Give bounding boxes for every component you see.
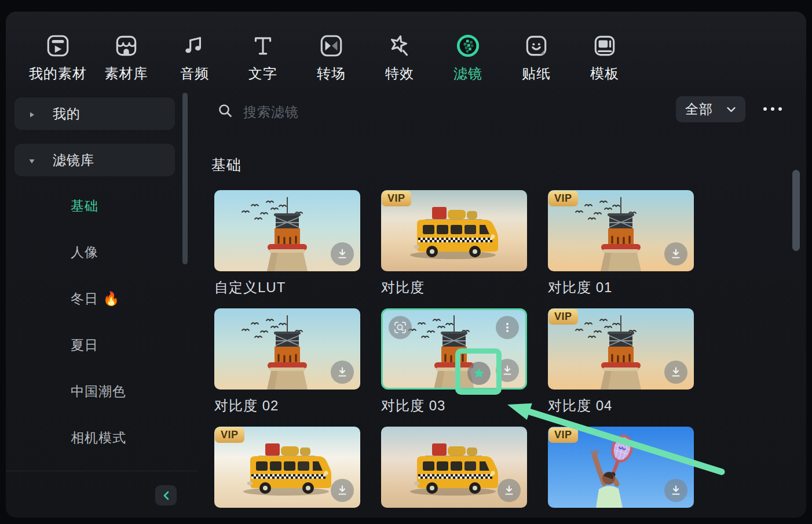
nav-label: 模板 bbox=[590, 64, 619, 83]
caret-down-icon bbox=[28, 157, 35, 163]
collapse-sidebar-button[interactable] bbox=[155, 485, 177, 505]
download-icon bbox=[336, 366, 349, 379]
hot-fire-icon: 🔥 bbox=[103, 291, 120, 306]
download-icon bbox=[336, 484, 349, 497]
sidebar-scrollbar[interactable] bbox=[182, 93, 188, 264]
app-panel: 我的素材 素材库 音频 文字 转场 bbox=[6, 12, 806, 518]
nav-label: 文字 bbox=[248, 64, 277, 83]
kebab-menu-icon bbox=[502, 322, 513, 333]
filter-card[interactable]: VIP bbox=[548, 427, 694, 518]
vip-badge: VIP bbox=[548, 309, 578, 325]
favorite-star-button[interactable] bbox=[467, 362, 491, 385]
section-title: 基础 bbox=[211, 155, 242, 174]
download-button[interactable] bbox=[331, 361, 354, 384]
download-button[interactable] bbox=[664, 361, 687, 384]
download-icon bbox=[503, 484, 515, 497]
nav-library[interactable]: 素材库 bbox=[92, 32, 160, 83]
filter-grid: 自定义LUT VIP 对比度 VIP 对比度 01 bbox=[214, 190, 694, 518]
chevron-down-icon bbox=[726, 106, 736, 113]
sidebar-group-mine[interactable]: 我的 bbox=[14, 97, 175, 130]
nav-label: 滤镜 bbox=[453, 64, 482, 83]
nav-transition[interactable]: 转场 bbox=[297, 32, 365, 83]
nav-filters[interactable]: 滤镜 bbox=[434, 32, 502, 83]
sidebar-item-basic[interactable]: 基础 bbox=[71, 198, 98, 214]
sidebar-item-winter[interactable]: 冬日 🔥 bbox=[71, 290, 120, 307]
nav-effects[interactable]: 特效 bbox=[365, 32, 434, 83]
vip-badge: VIP bbox=[382, 191, 411, 206]
vip-badge: VIP bbox=[548, 191, 578, 206]
sidebar-item-china-trend[interactable]: 中国潮色 bbox=[71, 383, 126, 399]
vip-badge: VIP bbox=[215, 427, 244, 443]
template-icon bbox=[591, 32, 618, 59]
my-media-icon bbox=[45, 32, 71, 59]
nav-my-media[interactable]: 我的素材 bbox=[24, 32, 92, 83]
more-options-button[interactable] bbox=[759, 102, 787, 116]
filter-card[interactable] bbox=[381, 427, 527, 518]
nav-label: 素材库 bbox=[105, 64, 148, 83]
nav-label: 特效 bbox=[385, 64, 414, 83]
nav-label: 我的素材 bbox=[29, 64, 87, 83]
filter-card-contrast-02[interactable]: 对比度 02 bbox=[214, 308, 360, 427]
download-icon bbox=[501, 364, 514, 377]
download-icon bbox=[336, 248, 349, 260]
download-icon bbox=[670, 484, 682, 497]
download-icon bbox=[670, 366, 682, 379]
download-icon bbox=[670, 248, 682, 260]
text-icon bbox=[250, 32, 276, 59]
filter-name: 自定义LUT bbox=[214, 278, 360, 297]
filter-name: 对比度 04 bbox=[548, 396, 694, 415]
nav-label: 转场 bbox=[317, 64, 346, 83]
filter-card-custom-lut[interactable]: 自定义LUT bbox=[214, 190, 360, 308]
filters-icon bbox=[455, 32, 481, 59]
transition-icon bbox=[318, 32, 345, 59]
download-button[interactable] bbox=[331, 479, 354, 502]
zoom-preview-icon bbox=[393, 321, 407, 334]
download-button[interactable] bbox=[331, 242, 354, 265]
audio-icon bbox=[181, 32, 208, 59]
sticker-icon bbox=[523, 32, 550, 59]
sidebar-item-summer[interactable]: 夏日 bbox=[71, 337, 98, 353]
dropdown-value: 全部 bbox=[685, 100, 713, 118]
more-menu-button[interactable] bbox=[496, 316, 519, 339]
category-filter-dropdown[interactable]: 全部 bbox=[676, 96, 745, 122]
filter-name: 对比度 01 bbox=[548, 278, 694, 297]
nav-label: 音频 bbox=[180, 64, 209, 83]
sidebar-divider bbox=[6, 471, 197, 471]
content-scrollbar[interactable] bbox=[792, 170, 800, 251]
sidebar-item-portrait[interactable]: 人像 bbox=[71, 244, 98, 260]
download-button[interactable] bbox=[498, 479, 521, 502]
search-input[interactable] bbox=[242, 100, 546, 124]
star-icon bbox=[472, 366, 486, 380]
library-icon bbox=[113, 32, 140, 59]
nav-stickers[interactable]: 贴纸 bbox=[502, 32, 570, 83]
filter-card[interactable]: VIP bbox=[214, 427, 360, 518]
chevron-left-icon bbox=[162, 490, 171, 501]
nav-templates[interactable]: 模板 bbox=[570, 32, 639, 83]
sidebar-item-camera-mode[interactable]: 相机模式 bbox=[71, 430, 126, 446]
sidebar-group-filter-library[interactable]: 滤镜库 bbox=[14, 144, 175, 176]
filter-card-contrast-03-selected[interactable]: 对比度 03 bbox=[381, 308, 527, 427]
top-navigation: 我的素材 素材库 音频 文字 转场 bbox=[24, 32, 639, 83]
filter-name: 对比度 03 bbox=[381, 396, 527, 415]
nav-label: 贴纸 bbox=[522, 64, 551, 83]
nav-text[interactable]: 文字 bbox=[229, 32, 297, 83]
sidebar-group-label: 我的 bbox=[53, 105, 81, 123]
filter-card-contrast-01[interactable]: VIP 对比度 01 bbox=[548, 190, 694, 308]
filter-card-contrast-04[interactable]: VIP 对比度 04 bbox=[548, 308, 694, 427]
download-button[interactable] bbox=[664, 242, 687, 265]
filter-name: 对比度 02 bbox=[214, 396, 360, 415]
sidebar-group-label: 滤镜库 bbox=[53, 151, 94, 169]
filter-name: 对比度 bbox=[381, 278, 527, 297]
effects-icon bbox=[386, 32, 413, 59]
download-button[interactable] bbox=[496, 359, 519, 382]
vip-badge: VIP bbox=[548, 427, 578, 443]
filter-card-contrast[interactable]: VIP 对比度 bbox=[381, 190, 527, 308]
download-button[interactable] bbox=[664, 479, 687, 502]
caret-right-icon bbox=[28, 110, 35, 117]
search-icon bbox=[218, 103, 233, 118]
nav-audio[interactable]: 音频 bbox=[160, 32, 229, 83]
preview-button[interactable] bbox=[389, 316, 412, 339]
